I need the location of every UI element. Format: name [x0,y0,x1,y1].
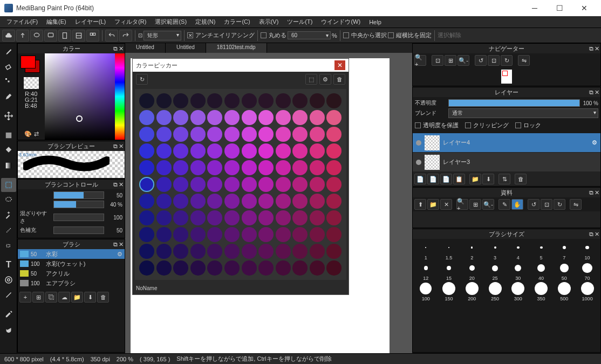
document-button[interactable] [58,30,71,42]
aspect-lock-checkbox[interactable]: 縦横比を固定 [388,31,432,39]
rotate-right-button[interactable]: ↻ [501,55,513,66]
color-swatch[interactable] [242,127,257,142]
color-swatch[interactable] [224,143,240,159]
minimize-button[interactable]: ─ [522,0,547,16]
brush-item[interactable]: 50水彩⚙ [18,249,125,259]
color-swatch[interactable] [224,93,240,108]
color-swatch[interactable] [139,210,154,225]
color-swatch[interactable] [207,244,222,259]
color-swatch[interactable] [156,93,172,108]
divide-tool[interactable] [1,288,16,302]
zoom-in-button[interactable]: 🔍+ [414,55,426,66]
mat-open-button[interactable]: 📁 [427,199,439,210]
color-swatch[interactable] [242,210,257,225]
new-layer-button[interactable]: 📄 [414,174,426,184]
brush-size-cell[interactable]: 1 [415,241,437,260]
color-swatch[interactable] [276,260,291,276]
color-swatch[interactable] [156,127,172,142]
color-swatch[interactable] [139,260,154,276]
color-swatch[interactable] [326,227,342,242]
close-icon[interactable]: ✕ [595,231,599,238]
mat-rotl-button[interactable]: ↺ [528,199,539,210]
protect-alpha-checkbox[interactable]: 透明度を保護 [415,121,459,129]
slider[interactable] [53,214,104,221]
color-swatch[interactable] [292,110,308,125]
mat-zoomout-button[interactable]: 🔍- [482,199,494,210]
color-swatch[interactable] [156,244,172,259]
color-swatch[interactable] [292,127,308,142]
color-swatch[interactable] [326,177,342,192]
add-group-button[interactable]: ⊞ [32,292,44,303]
color-swatch[interactable] [224,127,240,142]
mat-rotreset-button[interactable]: ⊡ [541,199,552,210]
menu-window[interactable]: ウインドウ(W) [317,17,365,27]
picker-delete-button[interactable]: 🗑 [333,74,345,85]
color-swatch[interactable] [173,244,188,259]
close-icon[interactable]: ✕ [119,143,124,150]
color-swatch[interactable] [139,127,154,142]
zoom-100-button[interactable]: ⊞ [445,55,456,66]
color-swatch[interactable] [276,177,291,192]
rotate-left-button[interactable]: ↺ [475,55,487,66]
shape-dropdown[interactable]: 矩形 [144,31,181,40]
color-swatch[interactable] [139,143,154,159]
color-swatch[interactable] [190,194,206,209]
merge-layer-button[interactable]: ⬇ [482,174,494,184]
color-swatch[interactable] [326,260,342,276]
layer-item[interactable]: レイヤー3 [413,153,600,172]
color-swatch[interactable] [292,194,308,209]
color-swatch[interactable] [190,143,206,159]
mat-rotr-button[interactable]: ↻ [554,199,565,210]
color-swatch[interactable] [276,93,291,108]
menu-filter[interactable]: フィルタ(R) [110,17,151,27]
color-swatch[interactable] [276,210,291,225]
color-swatch[interactable] [224,210,240,225]
color-swatch[interactable] [242,143,257,159]
brush-size-cell[interactable]: 5 [530,241,552,260]
mat-close-button[interactable]: ✕ [440,199,452,210]
color-swatch[interactable] [207,93,222,108]
color-swatch[interactable] [156,143,172,159]
select-rect-tool[interactable] [1,178,16,192]
brush-size-cell[interactable]: 12 [415,262,437,281]
grid-button[interactable] [86,30,99,42]
move-tool[interactable] [1,109,16,123]
center-select-checkbox[interactable]: 中央から選択 [343,31,387,39]
swap-icon[interactable]: ⇄ [34,131,39,138]
color-swatch[interactable] [326,143,342,159]
text-tool[interactable]: T [1,258,16,272]
color-picker-close[interactable]: ✕ [334,60,345,70]
color-swatch[interactable] [258,143,274,159]
color-swatch[interactable] [310,93,325,108]
color-swatch[interactable] [276,127,291,142]
color-swatch[interactable] [276,143,291,159]
color-swatch[interactable] [207,210,222,225]
popout-icon[interactable]: ⧉ [113,241,118,248]
slider[interactable] [53,191,104,199]
slider[interactable] [53,201,104,208]
menu-help[interactable]: Help [365,18,386,26]
select-pen-tool[interactable] [1,223,16,237]
navigator-thumbnail[interactable] [501,70,512,84]
color-swatch[interactable] [258,210,274,225]
bucket-tool[interactable] [1,143,16,157]
color-swatch[interactable] [292,177,308,192]
gradient-tool[interactable] [1,159,16,173]
color-swatch[interactable] [310,194,325,209]
brush-size-cell[interactable]: 25 [484,262,506,281]
close-icon[interactable]: ✕ [595,89,599,96]
color-swatch[interactable] [173,110,188,125]
color-swatch[interactable] [207,110,222,125]
delete-brush-button[interactable]: 🗑 [97,292,109,303]
round-value[interactable]: 60 [288,31,331,39]
brush-size-cell[interactable]: 200 [461,282,483,301]
folder-layer-button[interactable]: 📁 [469,174,481,184]
comment-button[interactable] [30,30,43,42]
blend-dropdown[interactable]: 通常 [448,108,598,118]
close-icon[interactable]: ✕ [119,241,124,248]
color-swatch[interactable] [173,177,188,192]
antialias-checkbox[interactable]: ✕アンチエイリアシング [187,31,255,39]
redo-button[interactable] [119,30,132,42]
color-swatch[interactable] [326,244,342,259]
color-swatch[interactable] [326,160,342,175]
